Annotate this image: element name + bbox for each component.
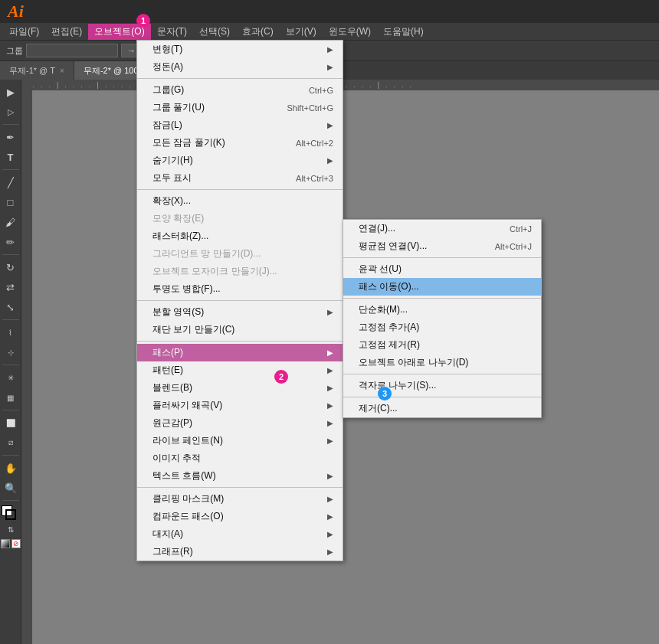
menu-group[interactable]: 그룹(G) Ctrl+G xyxy=(137,81,343,99)
menu-clipping-mask[interactable]: 클리핑 마스크(M) ▶ xyxy=(137,490,343,508)
scale-tool[interactable]: ⤡ xyxy=(2,298,20,316)
submenu-arrow: ▶ xyxy=(320,348,333,357)
menu-pattern[interactable]: 패턴(E) ▶ xyxy=(137,361,343,379)
submenu-arrow: ▶ xyxy=(320,63,333,71)
menu-expand[interactable]: 확장(X)... xyxy=(137,192,343,210)
submenu-arrow: ▶ xyxy=(320,156,333,165)
tool-divider-4 xyxy=(2,319,19,320)
badge-1: 1 xyxy=(136,14,150,28)
menu-select[interactable]: 선택(S) xyxy=(193,24,236,40)
menu-transform[interactable]: 변형(T) ▶ xyxy=(137,41,343,58)
path-simplify[interactable]: 단순화(M)... xyxy=(343,301,541,319)
swap-colors[interactable]: ⇅ xyxy=(3,524,18,534)
menu-perspective[interactable]: 원근감(P) ▶ xyxy=(137,414,343,432)
submenu-arrow: ▶ xyxy=(320,45,333,54)
menu-lock[interactable]: 잠금(L) ▶ xyxy=(137,116,343,134)
menu-compound-path[interactable]: 컴파운드 패스(O) ▶ xyxy=(137,508,343,525)
menu-create-gradient-mesh: 그라디언트 망 만들기(D)... xyxy=(137,245,343,263)
tool-divider-2 xyxy=(2,169,19,170)
ruler-vertical xyxy=(21,80,32,644)
title-bar: Ai xyxy=(0,0,659,23)
path-join[interactable]: 연결(J)... Ctrl+J xyxy=(343,220,541,237)
submenu-arrow: ▶ xyxy=(320,530,333,538)
hand-tool[interactable]: ✋ xyxy=(2,459,20,477)
none-icon[interactable]: ⊘ xyxy=(11,539,21,548)
menu-graph[interactable]: 그래프(R) ▶ xyxy=(137,543,343,561)
sep5 xyxy=(137,487,343,488)
stroke-fill-box[interactable] xyxy=(26,44,118,57)
rectangle-tool[interactable]: □ xyxy=(2,193,20,211)
path-offset-path[interactable]: 패스 이동(O)... xyxy=(343,278,541,296)
pen-tool[interactable]: ✒ xyxy=(2,128,20,146)
selection-tool[interactable]: ▶ xyxy=(2,83,20,101)
menu-ungroup[interactable]: 그룹 풀기(U) Shift+Ctrl+G xyxy=(137,99,343,116)
sep2 xyxy=(137,189,343,190)
menu-file[interactable]: 파일(F) xyxy=(3,24,45,40)
path-sep4 xyxy=(343,397,541,397)
menu-create-trim-marks[interactable]: 재단 보기 만들기(C) xyxy=(137,321,343,338)
zoom-tool[interactable]: 🔍 xyxy=(2,479,20,497)
tool-divider-7 xyxy=(2,455,19,456)
menu-expand-appearance: 모양 확장(E) xyxy=(137,210,343,227)
menu-flatten-transparency[interactable]: 투명도 병합(F)... xyxy=(137,280,343,298)
path-average[interactable]: 평균점 연결(V)... Alt+Ctrl+J xyxy=(343,237,541,255)
menu-artboard[interactable]: 대지(A) ▶ xyxy=(137,525,343,543)
menu-create-object-mosaic: 오브젝트 모자이크 만들기(J)... xyxy=(137,263,343,280)
paintbrush-tool[interactable]: 🖌 xyxy=(2,213,20,231)
menu-effect[interactable]: 효과(C) xyxy=(236,24,280,40)
warp-tool[interactable]: ⌇ xyxy=(2,323,20,342)
free-transform-tool[interactable]: ⊹ xyxy=(2,343,20,361)
menu-blend[interactable]: 블렌드(B) ▶ xyxy=(137,379,343,397)
path-sep1 xyxy=(343,257,541,258)
direct-selection-tool[interactable]: ▷ xyxy=(2,103,20,121)
menu-window[interactable]: 윈도우(W) xyxy=(323,24,377,40)
menu-arrange[interactable]: 정돈(A) ▶ xyxy=(137,58,343,76)
path-clean-up[interactable]: 제거(C)... xyxy=(343,400,541,417)
type-tool[interactable]: T xyxy=(2,148,20,166)
tool-divider-5 xyxy=(2,364,19,365)
submenu-arrow: ▶ xyxy=(320,401,333,410)
menu-text-wrap[interactable]: 텍스트 흐름(W) ▶ xyxy=(137,467,343,485)
menu-slice[interactable]: 분할 영역(S) ▶ xyxy=(137,303,343,321)
submenu-arrow: ▶ xyxy=(320,121,333,129)
menu-edit[interactable]: 편집(E) xyxy=(45,24,88,40)
path-split-grid[interactable]: 격자로 나누기(S)... xyxy=(343,377,541,394)
artboard-tool[interactable]: ⬜ xyxy=(2,414,20,432)
rotate-tool[interactable]: ↻ xyxy=(2,258,20,276)
path-outline-stroke[interactable]: 윤곽 선(U) xyxy=(343,260,541,278)
menu-type[interactable]: 문자(T) xyxy=(151,24,193,40)
menu-path[interactable]: 패스(P) ▶ xyxy=(137,344,343,361)
submenu-arrow: ▶ xyxy=(320,548,333,556)
tab-document1[interactable]: 무제-1* @ T × xyxy=(0,61,74,80)
menu-image-trace[interactable]: 이미지 추적 xyxy=(137,449,343,467)
menu-envelope-distort[interactable]: 플러싸기 왜곡(V) ▶ xyxy=(137,397,343,414)
menu-help[interactable]: 도움말(H) xyxy=(377,24,430,40)
menu-hide[interactable]: 숨기기(H) ▶ xyxy=(137,152,343,169)
submenu-arrow: ▶ xyxy=(320,419,333,427)
column-graph-tool[interactable]: ▦ xyxy=(2,388,20,407)
reflect-tool[interactable]: ⇄ xyxy=(2,278,20,296)
menu-show-all[interactable]: 모두 표시 Alt+Ctrl+3 xyxy=(137,169,343,187)
tools-panel: ▶ ▷ ✒ T ╱ □ 🖌 ✏ ↻ ⇄ ⤡ ⌇ ⊹ ✳ ▦ ⬜ ⧄ ✋ 🔍 ⇅ xyxy=(0,80,21,644)
menu-view[interactable]: 보기(V) xyxy=(280,24,323,40)
symbol-sprayer-tool[interactable]: ✳ xyxy=(2,368,20,387)
sep3 xyxy=(137,300,343,301)
path-add-anchor[interactable]: 고정점 추가(A) xyxy=(343,319,541,336)
path-sep2 xyxy=(343,298,541,299)
line-tool[interactable]: ╱ xyxy=(2,173,20,191)
submenu-arrow: ▶ xyxy=(320,512,333,521)
badge-2: 2 xyxy=(274,370,288,384)
gradient-icon[interactable] xyxy=(1,539,10,548)
tool-divider-8 xyxy=(2,500,19,501)
group-label: 그룹 xyxy=(6,45,23,57)
path-divide-objects[interactable]: 오브젝트 아래로 나누기(D) xyxy=(343,354,541,371)
slice-tool[interactable]: ⧄ xyxy=(2,433,20,452)
menu-live-paint[interactable]: 라이브 페인트(N) ▶ xyxy=(137,432,343,449)
stroke-swatch[interactable] xyxy=(5,509,16,520)
path-remove-anchor[interactable]: 고정점 제거(R) xyxy=(343,336,541,354)
pencil-tool[interactable]: ✏ xyxy=(2,233,20,251)
tool-divider-6 xyxy=(2,410,19,410)
tab-close-1[interactable]: × xyxy=(60,67,64,75)
menu-rasterize[interactable]: 래스터화(Z)... xyxy=(137,227,343,245)
menu-unlock-all[interactable]: 모든 잠금 풀기(K) Alt+Ctrl+2 xyxy=(137,134,343,152)
